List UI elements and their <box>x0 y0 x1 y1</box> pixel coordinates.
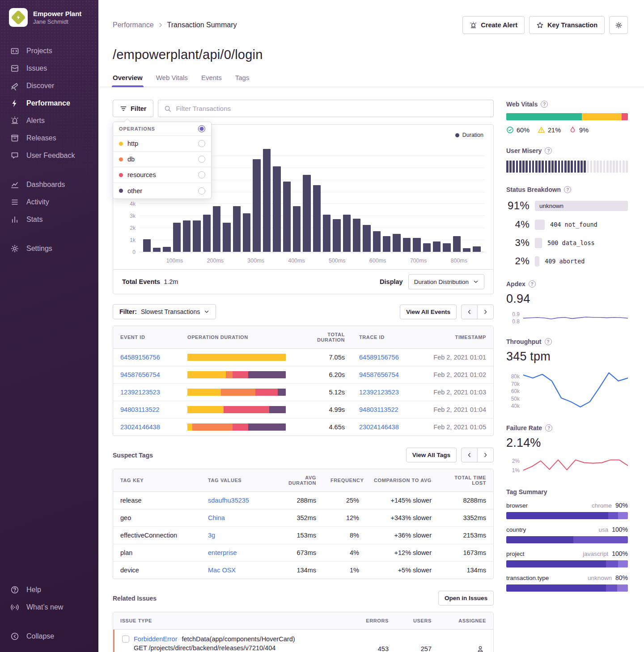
tags-prev-button[interactable] <box>461 448 478 462</box>
view-all-tags-button[interactable]: View All Tags <box>406 448 457 462</box>
trace-id-link[interactable]: 12392123523 <box>359 389 399 396</box>
operation-segment-yellow <box>187 389 221 396</box>
sidebar-item-collapse[interactable]: Collapse <box>0 627 98 645</box>
operations-all-radio[interactable] <box>198 125 205 132</box>
db-radio[interactable] <box>198 156 205 163</box>
issue-checkbox[interactable] <box>122 635 129 643</box>
sidebar-item-alerts[interactable]: Alerts <box>0 112 98 129</box>
db-color-dot-icon <box>119 157 123 161</box>
tag-value-link[interactable]: enterprise <box>208 549 237 556</box>
assignee-avatar-icon[interactable] <box>476 645 484 652</box>
help-question-icon[interactable]: ? <box>545 424 552 432</box>
user-misery-segment <box>613 161 615 173</box>
org-switcher[interactable]: Empower Plant Jane Schmidt <box>0 8 98 27</box>
sidebar-item-releases[interactable]: Releases <box>0 129 98 147</box>
tab-events[interactable]: Events <box>201 74 222 87</box>
event-id-link[interactable]: 23024146438 <box>120 423 160 431</box>
help-question-icon[interactable]: ? <box>529 280 536 288</box>
org-name: Empower Plant <box>33 10 81 18</box>
sidebar-item-label: Issues <box>26 64 47 72</box>
sidebar-item-performance[interactable]: Performance <box>0 94 98 112</box>
tag-total-time-lost: 134ms <box>439 562 493 579</box>
tag-value-link[interactable]: China <box>208 514 225 521</box>
event-id-link[interactable]: 94587656754 <box>120 371 160 378</box>
histogram-bar <box>263 149 271 252</box>
status-breakdown-row: 91%unknown <box>506 199 628 212</box>
tag-value-link[interactable]: sdaufhu35235 <box>208 497 249 504</box>
histogram-bar <box>193 220 200 252</box>
sidebar-item-stats[interactable]: Stats <box>0 211 98 228</box>
sidebar-item-whats-new[interactable]: What’s new <box>0 598 98 616</box>
suspect-tag-row: geoChina352ms12%+343% slower3352ms <box>113 509 493 527</box>
sidebar-item-issues[interactable]: Issues <box>0 59 98 77</box>
web-vitals-segment <box>506 113 582 120</box>
sidebar-item-projects[interactable]: Projects <box>0 42 98 59</box>
dashboards-icon <box>10 180 19 189</box>
trace-id-link[interactable]: 64589156756 <box>359 354 399 361</box>
histogram-bar <box>403 238 411 252</box>
user-misery-segment <box>516 161 518 173</box>
display-select[interactable]: Duration Distribution <box>408 274 484 289</box>
sidebar-item-settings[interactable]: Settings <box>0 240 98 257</box>
status-breakdown-section: Status Breakdown? 91%unknown4%404 not_fo… <box>506 186 628 267</box>
operations-option-other[interactable]: other <box>113 183 211 199</box>
help-question-icon[interactable]: ? <box>545 147 552 154</box>
sidebar-item-activity[interactable]: Activity <box>0 193 98 211</box>
tag-summary-percent: 100% <box>612 550 628 557</box>
event-timestamp: Feb 2, 2021 01:01 <box>412 349 493 366</box>
operations-option-db[interactable]: db <box>113 152 211 167</box>
other-color-dot-icon <box>119 189 123 193</box>
tag-value-link[interactable]: 3g <box>208 532 215 539</box>
trace-id-link[interactable]: 94587656754 <box>359 371 399 378</box>
user-misery-segment <box>571 161 573 173</box>
filter-row: Filter <box>113 100 494 117</box>
resources-radio[interactable] <box>198 171 205 178</box>
events-column-header: Operation Duration <box>180 329 293 346</box>
sidebar-item-user-feedback[interactable]: User Feedback <box>0 147 98 164</box>
search-input[interactable] <box>176 105 487 112</box>
tab-web-vitals[interactable]: Web Vitals <box>156 74 188 87</box>
sidebar-item-help[interactable]: Help <box>0 581 98 598</box>
breadcrumb-performance[interactable]: Performance <box>113 21 154 29</box>
sparkline-y-tick: 40k <box>506 403 520 409</box>
open-in-issues-button[interactable]: Open in Issues <box>438 591 494 605</box>
tag-summary-bar <box>506 512 628 519</box>
sidebar-item-discover[interactable]: Discover <box>0 77 98 94</box>
event-id-link[interactable]: 12392123523 <box>120 389 160 396</box>
suspect-tags-column-header: Frequency <box>323 472 366 489</box>
events-prev-button[interactable] <box>461 305 478 319</box>
histogram-bar <box>453 236 461 252</box>
operation-segment-pink <box>233 423 248 431</box>
settings-gear-button[interactable] <box>609 16 628 34</box>
tag-summary-percent: 80% <box>615 574 628 581</box>
tab-tags[interactable]: Tags <box>235 74 250 87</box>
web-vitals-segment <box>582 113 622 120</box>
issue-type-link[interactable]: ForbiddenError <box>134 635 178 643</box>
event-id-link[interactable]: 64589156756 <box>120 354 160 361</box>
view-all-events-button[interactable]: View All Events <box>400 305 457 319</box>
trace-id-link[interactable]: 23024146438 <box>359 423 399 431</box>
sidebar-item-dashboards[interactable]: Dashboards <box>0 176 98 193</box>
tags-next-button[interactable] <box>477 448 494 462</box>
trace-id-link[interactable]: 94803113522 <box>359 406 398 413</box>
help-question-icon[interactable]: ? <box>541 101 548 108</box>
other-radio[interactable] <box>198 187 205 195</box>
operations-option-http[interactable]: http <box>113 136 211 152</box>
tag-value-link[interactable]: Mac OSX <box>208 567 236 574</box>
events-table-row: 948031135224.99s94803113522Feb 2, 2021 0… <box>113 401 493 419</box>
key-transaction-button[interactable]: Key Transaction <box>529 16 605 34</box>
events-next-button[interactable] <box>477 305 494 319</box>
filter-button[interactable]: Filter <box>113 100 153 117</box>
help-question-icon[interactable]: ? <box>564 186 571 193</box>
operations-option-resources[interactable]: resources <box>113 167 211 183</box>
histogram-bar <box>153 248 161 252</box>
http-radio[interactable] <box>198 140 205 147</box>
tag-summary-percent: 90% <box>615 502 628 509</box>
create-alert-button[interactable]: Create Alert <box>462 16 525 34</box>
operations-option-label: resources <box>127 171 194 178</box>
status-breakdown-row: 2%409 aborted <box>506 255 628 267</box>
event-id-link[interactable]: 94803113522 <box>120 406 160 413</box>
slowest-transactions-select[interactable]: Filter: Slowest Transactions <box>113 304 216 319</box>
help-question-icon[interactable]: ? <box>545 338 552 345</box>
tab-overview[interactable]: Overview <box>113 74 143 87</box>
